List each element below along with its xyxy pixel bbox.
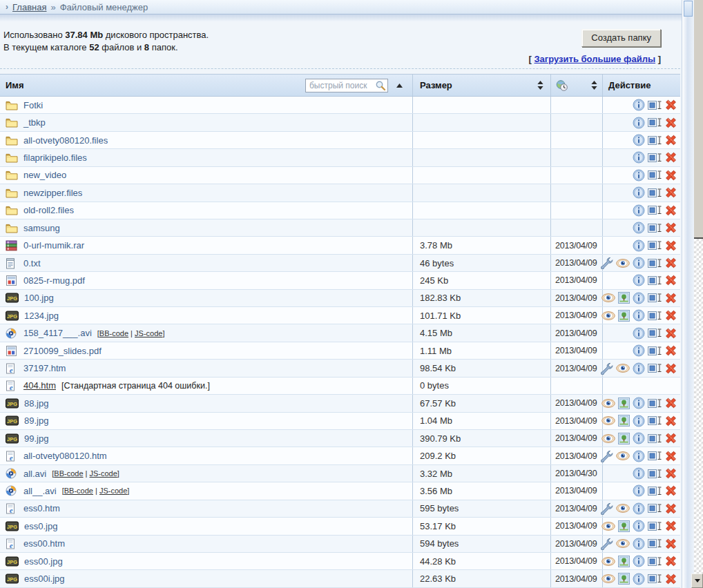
eye-icon[interactable] (601, 434, 615, 443)
code-link[interactable]: BB-code (64, 487, 93, 495)
delete-icon[interactable] (665, 275, 677, 286)
column-header-date[interactable] (550, 75, 602, 96)
wrench-icon[interactable] (601, 362, 613, 375)
rename-icon[interactable] (648, 117, 662, 128)
info-icon[interactable] (633, 520, 645, 532)
info-icon[interactable] (633, 117, 645, 129)
rename-icon[interactable] (648, 135, 662, 146)
rename-icon[interactable] (648, 205, 662, 215)
rename-icon[interactable] (648, 293, 662, 303)
create-folder-button[interactable]: Создать папку (581, 29, 661, 47)
eye-icon[interactable] (616, 451, 630, 460)
delete-icon[interactable] (665, 363, 677, 374)
delete-icon[interactable] (665, 99, 677, 110)
rename-icon[interactable] (648, 451, 662, 461)
column-header-size[interactable]: Размер (412, 75, 550, 96)
delete-icon[interactable] (665, 468, 677, 479)
delete-icon[interactable] (665, 257, 677, 268)
delete-icon[interactable] (665, 415, 677, 427)
rename-icon[interactable] (648, 433, 662, 444)
info-icon[interactable] (633, 432, 645, 444)
sort-toggle-icon[interactable] (537, 81, 543, 90)
eye-icon[interactable] (601, 522, 615, 531)
delete-icon[interactable] (665, 293, 677, 304)
info-icon[interactable] (633, 257, 645, 269)
code-link[interactable]: BB-code (54, 469, 83, 478)
info-icon[interactable] (633, 484, 645, 497)
info-icon[interactable] (633, 134, 645, 146)
rename-icon[interactable] (648, 223, 662, 233)
image-preview-icon[interactable] (618, 398, 630, 409)
delete-icon[interactable] (665, 398, 677, 409)
delete-icon[interactable] (665, 135, 677, 146)
info-icon[interactable] (633, 292, 645, 304)
image-preview-icon[interactable] (618, 433, 630, 444)
image-preview-icon[interactable] (618, 310, 630, 322)
eye-icon[interactable] (616, 504, 630, 513)
rename-icon[interactable] (648, 398, 662, 409)
file-name-link[interactable]: old-roll2.files (23, 205, 74, 215)
rename-icon[interactable] (648, 521, 662, 531)
wrench-icon[interactable] (601, 257, 613, 269)
file-name-link[interactable]: all-otvety080120.htm (23, 451, 107, 461)
file-name-link[interactable]: ess00i.jpg (24, 574, 65, 584)
delete-icon[interactable] (665, 222, 677, 233)
info-icon[interactable] (633, 450, 645, 462)
delete-icon[interactable] (665, 205, 677, 216)
code-link[interactable]: JS-code (135, 329, 162, 337)
rename-icon[interactable] (648, 415, 662, 426)
file-name-link[interactable]: 404.htm (23, 380, 56, 391)
rename-icon[interactable] (648, 153, 662, 163)
file-name-link[interactable]: ess0.htm (23, 503, 60, 513)
rename-icon[interactable] (648, 486, 662, 496)
file-name-link[interactable]: 37197.htm (23, 363, 66, 373)
info-icon[interactable] (633, 344, 645, 357)
rename-icon[interactable] (648, 275, 662, 286)
delete-icon[interactable] (665, 240, 677, 251)
file-name-link[interactable]: 0-url-mumik.rar (23, 240, 84, 251)
rename-icon[interactable] (648, 188, 662, 198)
rename-icon[interactable] (648, 574, 662, 584)
rename-icon[interactable] (648, 240, 662, 251)
file-name-link[interactable]: 1234.jpg (24, 311, 59, 321)
rename-icon[interactable] (648, 346, 662, 356)
search-icon[interactable] (375, 80, 386, 91)
wrench-icon[interactable] (601, 502, 613, 515)
rename-icon[interactable] (648, 258, 662, 268)
rename-icon[interactable] (648, 469, 662, 479)
sort-toggle-icon[interactable] (591, 81, 597, 90)
file-name-link[interactable]: 158_4117___.avi (23, 328, 92, 338)
code-link[interactable]: JS-code (99, 487, 127, 495)
file-name-link[interactable]: new_video (23, 170, 66, 180)
file-name-link[interactable]: newzipper.files (23, 188, 82, 198)
info-icon[interactable] (633, 502, 645, 515)
eye-icon[interactable] (616, 259, 630, 268)
file-name-link[interactable]: all-otvety080120.files (23, 135, 108, 146)
info-icon[interactable] (633, 186, 645, 199)
eye-icon[interactable] (601, 416, 615, 425)
delete-icon[interactable] (665, 152, 677, 163)
eye-icon[interactable] (601, 399, 615, 408)
image-preview-icon[interactable] (618, 573, 630, 585)
delete-icon[interactable] (665, 574, 677, 585)
image-preview-icon[interactable] (618, 292, 630, 304)
delete-icon[interactable] (665, 503, 677, 514)
file-name-link[interactable]: ess0.jpg (24, 521, 57, 531)
delete-icon[interactable] (665, 117, 677, 128)
breadcrumb-home-link[interactable]: Главная (12, 2, 46, 12)
info-icon[interactable] (633, 415, 645, 427)
delete-icon[interactable] (665, 520, 677, 531)
info-icon[interactable] (633, 467, 645, 480)
eye-icon[interactable] (616, 539, 630, 548)
delete-icon[interactable] (665, 485, 677, 496)
code-link[interactable]: JS-code (90, 469, 117, 478)
info-icon[interactable] (633, 362, 645, 375)
rename-icon[interactable] (648, 100, 662, 110)
code-link[interactable]: BB-code (99, 329, 128, 337)
info-icon[interactable] (633, 397, 645, 409)
delete-icon[interactable] (665, 538, 677, 549)
delete-icon[interactable] (665, 187, 677, 198)
rename-icon[interactable] (648, 328, 662, 338)
delete-icon[interactable] (665, 556, 677, 567)
rename-icon[interactable] (648, 503, 662, 513)
